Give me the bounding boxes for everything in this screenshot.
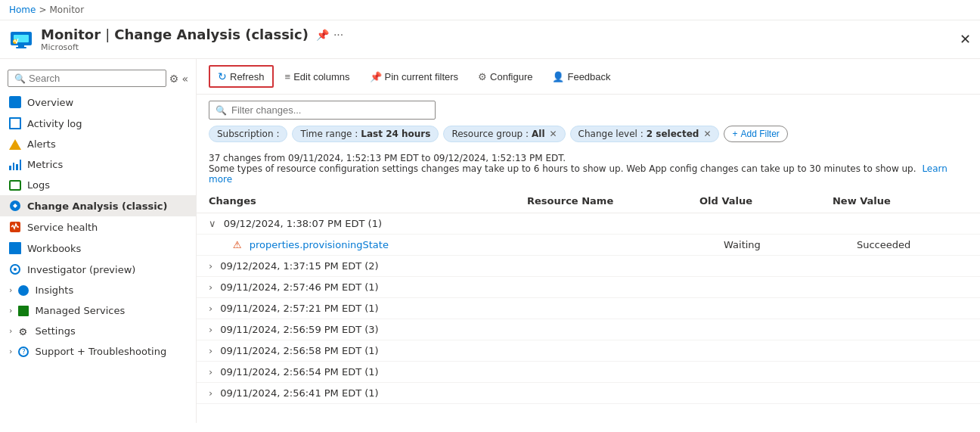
sidebar-item-activity-log[interactable]: Activity log [0,113,196,134]
table-row-child[interactable]: ⚠ properties.provisioningState Waiting S… [197,235,980,256]
close-button[interactable]: ✕ [960,31,971,48]
investigator-icon [9,263,21,275]
logs-icon [9,180,21,191]
change-analysis-icon [9,200,21,212]
sidebar-item-label: Support + Troubleshooting [35,346,166,357]
sidebar-item-label: Logs [27,179,50,191]
change-level-label: Change level : [578,129,644,139]
resource-group-label: Resource group : [451,129,529,139]
edit-columns-label: Edit columns [293,71,349,82]
sidebar-item-label: Change Analysis (classic) [27,200,167,212]
resource-group-value: All [532,129,545,139]
table-row[interactable]: › 09/11/2024, 2:57:46 PM EDT (1) [197,277,980,298]
sidebar-item-insights[interactable]: › Insights [0,280,196,300]
more-icon[interactable]: ··· [333,29,343,41]
changes-summary: 37 changes from 09/11/2024, 1:52:13 PM E… [209,153,968,163]
sidebar-item-overview[interactable]: Overview [0,92,196,113]
sidebar-item-label: Settings [35,325,75,337]
sidebar-item-alerts[interactable]: Alerts [0,134,196,154]
breadcrumb-home[interactable]: Home [9,5,36,15]
resource-group-filter-tag[interactable]: Resource group : All ✕ [443,126,565,142]
metrics-icon [9,160,21,170]
subscription-filter-tag[interactable]: Subscription : [209,126,287,142]
sidebar-item-support-troubleshooting[interactable]: › ? Support + Troubleshooting [0,341,196,362]
change-level-value: 2 selected [647,129,699,139]
filter-tags: Subscription : Time range : Last 24 hour… [209,126,968,142]
sidebar-item-label: Alerts [27,138,56,150]
table-row[interactable]: › 09/11/2024, 2:56:58 PM EDT (1) [197,340,980,362]
alerts-icon [9,139,21,150]
title-divider: | [105,26,110,42]
sidebar-item-workbooks[interactable]: Workbooks [0,238,196,259]
expand-icon[interactable]: › [209,303,212,314]
row-date: 09/11/2024, 2:56:54 PM EDT (1) [220,366,378,378]
sidebar-item-settings[interactable]: › ⚙ Settings [0,321,196,341]
service-health-icon [9,221,21,233]
expand-icon[interactable]: › [209,345,212,356]
refresh-icon: ↻ [218,70,227,82]
sidebar-item-managed-services[interactable]: › Managed Services [0,300,196,321]
table-row[interactable]: › 09/11/2024, 2:56:54 PM EDT (1) [197,362,980,383]
filter-search-icon: 🔍 [216,105,227,116]
feedback-button[interactable]: 👤 Feedback [544,67,619,87]
managed-services-icon [18,306,29,316]
sidebar-item-investigator[interactable]: Investigator (preview) [0,259,196,280]
sidebar-item-service-health[interactable]: Service health [0,216,196,238]
edit-columns-icon: ≡ [285,71,291,82]
sidebar-item-change-analysis[interactable]: Change Analysis (classic) [0,195,196,216]
expand-down-icon[interactable]: ∨ [209,218,216,229]
sidebar-settings-icon[interactable]: ⚙ [169,73,179,85]
changes-column-header: Changes [197,189,515,213]
change-level-clear-icon[interactable]: ✕ [703,129,711,139]
sidebar-search-input[interactable] [29,73,160,84]
configure-icon: ⚙ [478,71,487,82]
pin-filters-button[interactable]: 📌 Pin current filters [361,67,467,87]
row-date: 09/12/2024, 1:37:15 PM EDT (2) [220,260,378,272]
sidebar-collapse-icon[interactable]: « [181,73,188,85]
sidebar-item-label: Workbooks [27,243,81,254]
table-row[interactable]: › 09/11/2024, 2:56:59 PM EDT (3) [197,319,980,340]
change-level-filter-tag[interactable]: Change level : 2 selected ✕ [570,126,720,142]
sidebar-item-label: Overview [27,97,73,108]
old-value-column-header: Old Value [687,189,820,213]
expand-icon[interactable]: › [209,260,212,272]
table-row[interactable]: ∨ 09/12/2024, 1:38:07 PM EDT (1) [197,213,980,235]
change-property-link[interactable]: properties.provisioningState [250,239,389,250]
table-row[interactable]: › 09/11/2024, 2:56:41 PM EDT (1) [197,383,980,404]
pin-icon[interactable]: 📌 [316,29,329,41]
sidebar-item-label: Activity log [27,118,82,129]
filter-input-container: 🔍 [209,101,436,120]
time-range-filter-tag[interactable]: Time range : Last 24 hours [292,126,439,142]
table-row[interactable]: › 09/12/2024, 1:37:15 PM EDT (2) [197,256,980,277]
add-filter-icon: + [732,129,737,139]
expand-icon[interactable]: › [209,387,212,399]
expand-icon[interactable]: › [209,366,212,378]
breadcrumb-separator: > [39,5,46,15]
insights-icon [18,285,29,296]
configure-button[interactable]: ⚙ Configure [470,67,541,87]
edit-columns-button[interactable]: ≡ Edit columns [277,67,358,87]
table-row[interactable]: › 09/11/2024, 2:57:21 PM EDT (1) [197,298,980,319]
sidebar-item-label: Metrics [27,159,63,170]
support-chevron-icon: › [9,347,12,356]
resource-name-column-header: Resource Name [515,189,687,213]
new-value-cell: Succeeded [820,235,980,256]
refresh-button[interactable]: ↻ Refresh [209,65,274,88]
sidebar-item-label: Investigator (preview) [27,264,135,275]
sidebar-item-logs[interactable]: Logs [0,175,196,195]
sidebar-item-label: Managed Services [35,305,125,316]
expand-icon[interactable]: › [209,281,212,293]
filter-section: 🔍 Subscription : Time range : Last 24 ho… [197,95,980,148]
row-date: 09/11/2024, 2:56:59 PM EDT (3) [220,324,378,335]
time-range-value: Last 24 hours [361,129,430,139]
feedback-label: Feedback [567,71,610,82]
time-range-label: Time range : [300,129,358,139]
info-section: 37 changes from 09/11/2024, 1:52:13 PM E… [197,148,980,189]
row-date: 09/11/2024, 2:57:21 PM EDT (1) [220,303,378,314]
filter-changes-input[interactable] [231,104,429,116]
add-filter-button[interactable]: + Add Filter [724,126,787,142]
expand-icon[interactable]: › [209,324,212,335]
resource-group-clear-icon[interactable]: ✕ [550,129,557,139]
pin-filters-label: Pin current filters [385,71,459,82]
sidebar-item-metrics[interactable]: Metrics [0,154,196,175]
